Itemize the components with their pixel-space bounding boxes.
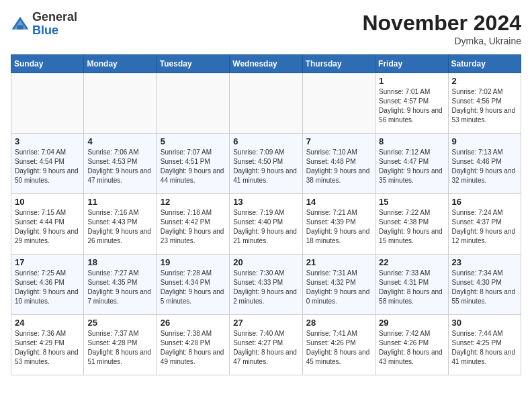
day-number: 14 — [306, 197, 371, 207]
day-detail: Sunrise: 7:13 AM Sunset: 4:46 PM Dayligh… — [452, 148, 517, 185]
day-number: 20 — [233, 257, 298, 267]
calendar-cell: 27Sunrise: 7:40 AM Sunset: 4:27 PM Dayli… — [230, 315, 302, 375]
calendar-cell: 3Sunrise: 7:04 AM Sunset: 4:54 PM Daylig… — [11, 134, 84, 194]
day-number: 17 — [15, 257, 80, 267]
day-detail: Sunrise: 7:31 AM Sunset: 4:32 PM Dayligh… — [306, 269, 371, 306]
day-number: 25 — [87, 318, 152, 328]
day-detail: Sunrise: 7:28 AM Sunset: 4:34 PM Dayligh… — [161, 269, 226, 306]
logo-text: General Blue — [32, 11, 77, 38]
calendar-week-4: 17Sunrise: 7:25 AM Sunset: 4:36 PM Dayli… — [11, 255, 521, 315]
day-detail: Sunrise: 7:24 AM Sunset: 4:37 PM Dayligh… — [452, 208, 517, 246]
day-number: 18 — [87, 257, 152, 267]
calendar-cell: 4Sunrise: 7:06 AM Sunset: 4:53 PM Daylig… — [84, 134, 157, 194]
svg-rect-2 — [17, 25, 23, 29]
weekday-header-monday: Monday — [84, 55, 157, 73]
calendar-cell: 30Sunrise: 7:44 AM Sunset: 4:25 PM Dayli… — [448, 315, 521, 375]
day-number: 23 — [452, 257, 517, 267]
calendar-cell — [11, 73, 84, 134]
calendar-cell: 29Sunrise: 7:42 AM Sunset: 4:26 PM Dayli… — [375, 315, 448, 375]
calendar-cell: 20Sunrise: 7:30 AM Sunset: 4:33 PM Dayli… — [230, 255, 302, 315]
calendar-cell: 1Sunrise: 7:01 AM Sunset: 4:57 PM Daylig… — [375, 73, 448, 134]
calendar-cell: 22Sunrise: 7:33 AM Sunset: 4:31 PM Dayli… — [375, 255, 448, 315]
calendar-cell: 24Sunrise: 7:36 AM Sunset: 4:29 PM Dayli… — [11, 315, 84, 375]
calendar-cell — [230, 73, 302, 134]
calendar-cell: 7Sunrise: 7:10 AM Sunset: 4:48 PM Daylig… — [302, 134, 375, 194]
day-number: 24 — [15, 318, 80, 328]
day-detail: Sunrise: 7:01 AM Sunset: 4:57 PM Dayligh… — [379, 87, 444, 125]
calendar-cell: 6Sunrise: 7:09 AM Sunset: 4:50 PM Daylig… — [230, 134, 302, 194]
day-detail: Sunrise: 7:10 AM Sunset: 4:48 PM Dayligh… — [306, 148, 371, 185]
logo: General Blue — [11, 11, 77, 38]
day-number: 7 — [306, 136, 371, 146]
day-detail: Sunrise: 7:37 AM Sunset: 4:28 PM Dayligh… — [87, 329, 152, 367]
calendar-cell: 18Sunrise: 7:27 AM Sunset: 4:35 PM Dayli… — [84, 255, 157, 315]
day-number: 10 — [15, 197, 80, 207]
day-detail: Sunrise: 7:25 AM Sunset: 4:36 PM Dayligh… — [15, 269, 80, 306]
calendar-cell: 5Sunrise: 7:07 AM Sunset: 4:51 PM Daylig… — [157, 134, 229, 194]
weekday-header-saturday: Saturday — [448, 55, 521, 73]
day-detail: Sunrise: 7:40 AM Sunset: 4:27 PM Dayligh… — [233, 329, 298, 367]
day-detail: Sunrise: 7:33 AM Sunset: 4:31 PM Dayligh… — [379, 269, 444, 306]
day-number: 29 — [379, 318, 444, 328]
weekday-header-wednesday: Wednesday — [230, 55, 302, 73]
day-detail: Sunrise: 7:12 AM Sunset: 4:47 PM Dayligh… — [379, 148, 444, 185]
calendar-cell: 16Sunrise: 7:24 AM Sunset: 4:37 PM Dayli… — [448, 194, 521, 255]
calendar-table: SundayMondayTuesdayWednesdayThursdayFrid… — [11, 54, 521, 375]
weekday-header-friday: Friday — [375, 55, 448, 73]
day-number: 19 — [161, 257, 226, 267]
day-detail: Sunrise: 7:16 AM Sunset: 4:43 PM Dayligh… — [87, 208, 152, 246]
day-detail: Sunrise: 7:07 AM Sunset: 4:51 PM Dayligh… — [161, 148, 226, 185]
day-detail: Sunrise: 7:04 AM Sunset: 4:54 PM Dayligh… — [15, 148, 80, 185]
day-number: 3 — [15, 136, 80, 146]
calendar-cell: 19Sunrise: 7:28 AM Sunset: 4:34 PM Dayli… — [157, 255, 229, 315]
day-detail: Sunrise: 7:34 AM Sunset: 4:30 PM Dayligh… — [452, 269, 517, 306]
day-number: 15 — [379, 197, 444, 207]
calendar-cell: 15Sunrise: 7:22 AM Sunset: 4:38 PM Dayli… — [375, 194, 448, 255]
calendar-cell — [84, 73, 157, 134]
day-number: 9 — [452, 136, 517, 146]
weekday-header-thursday: Thursday — [302, 55, 375, 73]
calendar-cell: 2Sunrise: 7:02 AM Sunset: 4:56 PM Daylig… — [448, 73, 521, 134]
location-subtitle: Dymka, Ukraine — [362, 36, 521, 46]
day-detail: Sunrise: 7:42 AM Sunset: 4:26 PM Dayligh… — [379, 329, 444, 367]
day-detail: Sunrise: 7:36 AM Sunset: 4:29 PM Dayligh… — [15, 329, 80, 367]
day-number: 5 — [161, 136, 226, 146]
calendar-cell: 10Sunrise: 7:15 AM Sunset: 4:44 PM Dayli… — [11, 194, 84, 255]
calendar-week-1: 1Sunrise: 7:01 AM Sunset: 4:57 PM Daylig… — [11, 73, 521, 134]
weekday-header-sunday: Sunday — [11, 55, 84, 73]
calendar-cell: 23Sunrise: 7:34 AM Sunset: 4:30 PM Dayli… — [448, 255, 521, 315]
calendar-cell: 9Sunrise: 7:13 AM Sunset: 4:46 PM Daylig… — [448, 134, 521, 194]
day-detail: Sunrise: 7:22 AM Sunset: 4:38 PM Dayligh… — [379, 208, 444, 246]
day-number: 4 — [87, 136, 152, 146]
day-number: 1 — [379, 76, 444, 86]
calendar-cell: 26Sunrise: 7:38 AM Sunset: 4:28 PM Dayli… — [157, 315, 229, 375]
calendar-week-2: 3Sunrise: 7:04 AM Sunset: 4:54 PM Daylig… — [11, 134, 521, 194]
calendar-cell — [302, 73, 375, 134]
day-detail: Sunrise: 7:21 AM Sunset: 4:39 PM Dayligh… — [306, 208, 371, 246]
calendar-cell: 11Sunrise: 7:16 AM Sunset: 4:43 PM Dayli… — [84, 194, 157, 255]
day-number: 11 — [87, 197, 152, 207]
day-number: 30 — [452, 318, 517, 328]
day-number: 2 — [452, 76, 517, 86]
day-detail: Sunrise: 7:38 AM Sunset: 4:28 PM Dayligh… — [161, 329, 226, 367]
day-number: 26 — [161, 318, 226, 328]
calendar-cell: 14Sunrise: 7:21 AM Sunset: 4:39 PM Dayli… — [302, 194, 375, 255]
calendar-cell: 28Sunrise: 7:41 AM Sunset: 4:26 PM Dayli… — [302, 315, 375, 375]
day-number: 22 — [379, 257, 444, 267]
day-number: 21 — [306, 257, 371, 267]
calendar-cell: 13Sunrise: 7:19 AM Sunset: 4:40 PM Dayli… — [230, 194, 302, 255]
day-number: 28 — [306, 318, 371, 328]
day-detail: Sunrise: 7:06 AM Sunset: 4:53 PM Dayligh… — [87, 148, 152, 185]
day-number: 13 — [233, 197, 298, 207]
day-number: 12 — [161, 197, 226, 207]
page-header: General Blue November 2024 Dymka, Ukrain… — [11, 11, 521, 46]
calendar-cell: 8Sunrise: 7:12 AM Sunset: 4:47 PM Daylig… — [375, 134, 448, 194]
calendar-week-5: 24Sunrise: 7:36 AM Sunset: 4:29 PM Dayli… — [11, 315, 521, 375]
calendar-week-3: 10Sunrise: 7:15 AM Sunset: 4:44 PM Dayli… — [11, 194, 521, 255]
day-detail: Sunrise: 7:30 AM Sunset: 4:33 PM Dayligh… — [233, 269, 298, 306]
day-detail: Sunrise: 7:19 AM Sunset: 4:40 PM Dayligh… — [233, 208, 298, 246]
title-block: November 2024 Dymka, Ukraine — [362, 11, 521, 46]
day-detail: Sunrise: 7:44 AM Sunset: 4:25 PM Dayligh… — [452, 329, 517, 367]
day-detail: Sunrise: 7:15 AM Sunset: 4:44 PM Dayligh… — [15, 208, 80, 246]
day-number: 8 — [379, 136, 444, 146]
